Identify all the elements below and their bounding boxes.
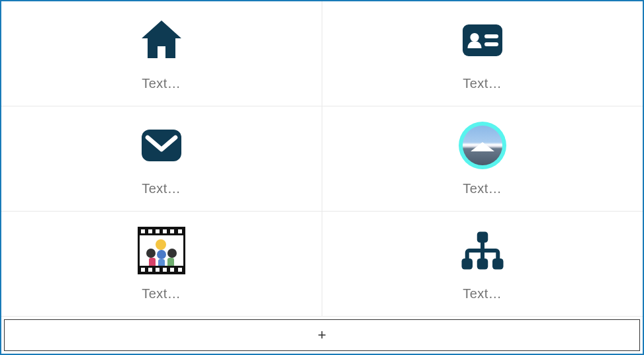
grid-item-id-card[interactable]: Text… xyxy=(322,1,643,106)
mail-icon xyxy=(138,122,185,169)
grid-item-film[interactable]: Text… xyxy=(1,212,322,317)
id-card-icon xyxy=(459,17,506,64)
avatar-icon xyxy=(459,122,506,169)
grid-item-avatar[interactable]: Text… xyxy=(322,106,643,212)
grid-item-label: Text… xyxy=(142,181,181,196)
svg-rect-0 xyxy=(463,24,502,56)
svg-rect-2 xyxy=(484,34,498,38)
plus-icon: + xyxy=(318,327,326,344)
svg-rect-3 xyxy=(484,42,498,46)
svg-rect-5 xyxy=(477,231,488,243)
svg-rect-6 xyxy=(461,258,473,270)
svg-rect-7 xyxy=(477,258,488,270)
org-tree-icon xyxy=(459,227,506,274)
icon-grid: Text… Text… Text… xyxy=(1,1,643,317)
add-button[interactable]: + xyxy=(4,319,640,351)
grid-item-label: Text… xyxy=(142,286,181,301)
home-icon xyxy=(138,17,185,64)
svg-point-1 xyxy=(470,32,479,41)
grid-item-label: Text… xyxy=(463,286,502,301)
grid-item-mail[interactable]: Text… xyxy=(1,106,322,212)
grid-item-label: Text… xyxy=(463,76,502,91)
grid-item-org-tree[interactable]: Text… xyxy=(322,212,643,317)
film-icon xyxy=(138,227,185,274)
grid-item-home[interactable]: Text… xyxy=(1,1,322,106)
svg-rect-4 xyxy=(142,130,181,161)
svg-rect-8 xyxy=(492,258,504,270)
grid-item-label: Text… xyxy=(142,76,181,91)
grid-item-label: Text… xyxy=(463,181,502,196)
app-container: Text… Text… Text… xyxy=(0,0,644,355)
